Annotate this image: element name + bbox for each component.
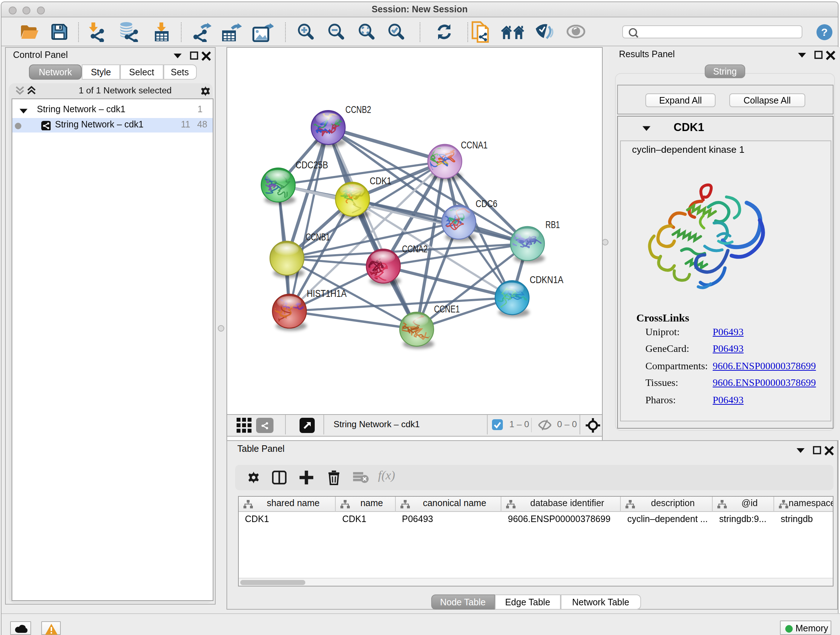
svg-text:?: ? xyxy=(821,26,828,38)
svg-text:CCNA2: CCNA2 xyxy=(402,244,428,255)
svg-text:CDK1: CDK1 xyxy=(370,176,392,187)
svg-text:CCNE1: CCNE1 xyxy=(434,304,460,315)
svg-text:CCNA1: CCNA1 xyxy=(461,140,488,150)
svg-text:CDKN1A: CDKN1A xyxy=(530,274,563,285)
svg-text:CCNB1: CCNB1 xyxy=(306,232,330,242)
svg-text:CDC25B: CDC25B xyxy=(295,160,328,171)
svg-text:CDC6: CDC6 xyxy=(476,198,497,209)
svg-text:HIST1H1A: HIST1H1A xyxy=(307,288,347,299)
svg-text:RB1: RB1 xyxy=(546,219,560,230)
svg-text:CCNB2: CCNB2 xyxy=(346,104,371,115)
